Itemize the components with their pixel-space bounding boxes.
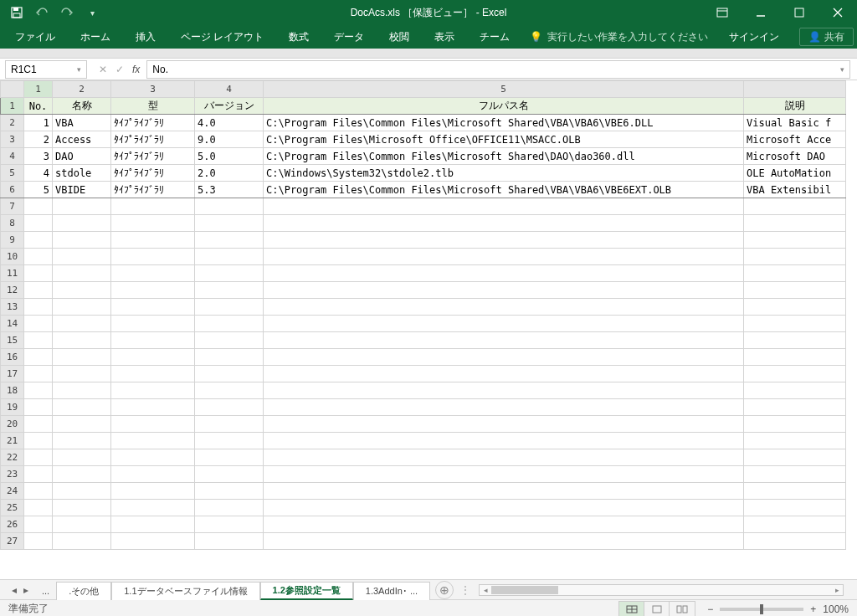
tab-divider: ⋮	[460, 584, 470, 596]
table-row: 24	[1, 483, 846, 500]
table-row: 9	[1, 232, 846, 249]
save-button[interactable]	[5, 2, 28, 23]
zoom-thumb[interactable]	[760, 604, 763, 614]
sheet-tabs-bar: ◂ ▸ ... .その他 1.1データベースファイル情報 1.2参照設定一覧 1…	[0, 579, 857, 599]
row-header[interactable]: 5	[1, 165, 24, 182]
chevron-down-icon: ▾	[77, 65, 81, 74]
tellme-search[interactable]: 💡 実行したい作業を入力してください	[530, 30, 708, 44]
header-path[interactable]: フルパス名	[264, 98, 744, 115]
row-header[interactable]: 4	[1, 148, 24, 165]
tab-view[interactable]: 表示	[423, 25, 466, 49]
tab-team[interactable]: チーム	[468, 25, 521, 49]
name-box[interactable]: R1C1 ▾	[5, 60, 87, 79]
header-ver[interactable]: バージョン	[195, 98, 264, 115]
table-row: 13	[1, 299, 846, 316]
window-title: DocAcs.xls ［保護ビュー］ - Excel	[351, 6, 507, 20]
tab-data[interactable]: データ	[322, 25, 376, 49]
redo-button[interactable]	[55, 2, 79, 23]
fx-icon[interactable]: fx	[132, 64, 140, 75]
tab-review[interactable]: 校閲	[377, 25, 421, 49]
scroll-thumb[interactable]	[491, 586, 558, 594]
formula-buttons: ✕ ✓ fx	[99, 64, 140, 75]
title-bar: ▾ DocAcs.xls ［保護ビュー］ - Excel	[0, 0, 857, 25]
zoom-in-button[interactable]: +	[810, 603, 816, 615]
header-type[interactable]: 型	[111, 98, 195, 115]
formula-input[interactable]: No. ▾	[146, 60, 850, 79]
select-all-corner[interactable]	[1, 81, 24, 98]
undo-button[interactable]	[30, 2, 54, 23]
zoom-slider[interactable]	[720, 608, 803, 611]
cancel-icon[interactable]: ✕	[99, 64, 107, 75]
col-header-3[interactable]: 3	[111, 81, 195, 98]
page-layout-button[interactable]	[644, 602, 670, 617]
view-switcher	[618, 601, 695, 617]
name-box-value: R1C1	[11, 64, 37, 75]
header-desc[interactable]: 説明	[744, 98, 846, 115]
bulb-icon: 💡	[530, 31, 542, 43]
table-row: 11	[1, 265, 846, 282]
qat-customize-icon[interactable]: ▾	[80, 2, 104, 23]
expand-formula-icon[interactable]: ▾	[840, 65, 844, 74]
quick-access-toolbar: ▾	[0, 2, 109, 23]
table-row: 20	[1, 416, 846, 433]
tab-insert[interactable]: 挿入	[124, 25, 167, 49]
signin-link[interactable]: サインイン	[717, 25, 791, 49]
table-row: 27	[1, 533, 846, 550]
col-header-1[interactable]: 1	[24, 81, 53, 98]
table-row: 7	[1, 198, 846, 215]
table-row: 15	[1, 332, 846, 349]
ribbon-display-button[interactable]	[703, 0, 742, 25]
status-text: 準備完了	[8, 602, 49, 616]
table-row: 10	[1, 249, 846, 265]
scroll-left-icon[interactable]: ◂	[480, 585, 491, 595]
normal-view-button[interactable]	[619, 602, 644, 617]
horizontal-scrollbar[interactable]: ◂ ▸	[479, 584, 844, 596]
sheet-next-icon[interactable]: ▸	[23, 584, 28, 596]
tab-formulas[interactable]: 数式	[277, 25, 321, 49]
enter-icon[interactable]: ✓	[115, 64, 124, 75]
sheet-tab-other[interactable]: .その他	[56, 582, 111, 600]
maximize-button[interactable]	[780, 0, 819, 25]
sheet-tab-dbinfo[interactable]: 1.1データベースファイル情報	[111, 582, 259, 600]
table-row: 3 2 Access ﾀｲﾌﾟﾗｲﾌﾞﾗﾘ 9.0 C:\Program Fil…	[1, 131, 846, 148]
table-header-row: 1 No. 名称 型 バージョン フルパス名 説明	[1, 98, 846, 115]
table-row: 17	[1, 366, 846, 382]
col-header-6[interactable]	[744, 81, 846, 98]
svg-rect-13	[677, 606, 681, 613]
tab-home[interactable]: ホーム	[69, 25, 122, 49]
worksheet-grid[interactable]: 1 2 3 4 5 1 No. 名称 型 バージョン フルパス名 説明 2 1 …	[0, 80, 857, 579]
header-name[interactable]: 名称	[53, 98, 111, 115]
col-header-5[interactable]: 5	[264, 81, 744, 98]
header-no[interactable]: No.	[24, 98, 53, 115]
svg-rect-12	[653, 606, 661, 613]
sheet-tab-overflow[interactable]: ...	[35, 582, 56, 600]
col-header-4[interactable]: 4	[195, 81, 264, 98]
col-header-2[interactable]: 2	[53, 81, 111, 98]
row-header-1[interactable]: 1	[1, 98, 24, 115]
minimize-button[interactable]	[742, 0, 780, 25]
sheet-tab-addin[interactable]: 1.3AddIn･ ...	[353, 582, 430, 600]
svg-rect-3	[717, 8, 727, 17]
formula-value: No.	[152, 64, 168, 75]
tab-pagelayout[interactable]: ページ レイアウト	[169, 25, 275, 49]
row-header[interactable]: 3	[1, 131, 24, 148]
table-row: 16	[1, 349, 846, 366]
scroll-right-icon[interactable]: ▸	[831, 585, 843, 595]
row-header[interactable]: 6	[1, 182, 24, 198]
new-sheet-button[interactable]: ⊕	[435, 581, 454, 599]
page-break-button[interactable]	[670, 602, 695, 617]
zoom-controls: − + 100%	[707, 603, 849, 615]
formula-bar: R1C1 ▾ ✕ ✓ fx No. ▾	[0, 59, 857, 80]
table-row: 6 5 VBIDE ﾀｲﾌﾟﾗｲﾌﾞﾗﾘ 5.3 C:\Program File…	[1, 182, 846, 198]
svg-rect-2	[13, 13, 20, 18]
row-header[interactable]: 2	[1, 115, 24, 131]
tab-file[interactable]: ファイル	[3, 25, 67, 49]
share-button[interactable]: 👤 共有	[799, 28, 854, 46]
zoom-out-button[interactable]: −	[707, 603, 713, 615]
close-button[interactable]	[819, 0, 857, 25]
table-row: 25	[1, 500, 846, 516]
zoom-level[interactable]: 100%	[823, 603, 849, 615]
sheet-prev-icon[interactable]: ◂	[12, 584, 17, 596]
sheet-tab-references[interactable]: 1.2参照設定一覧	[260, 582, 353, 600]
table-row: 18	[1, 382, 846, 399]
